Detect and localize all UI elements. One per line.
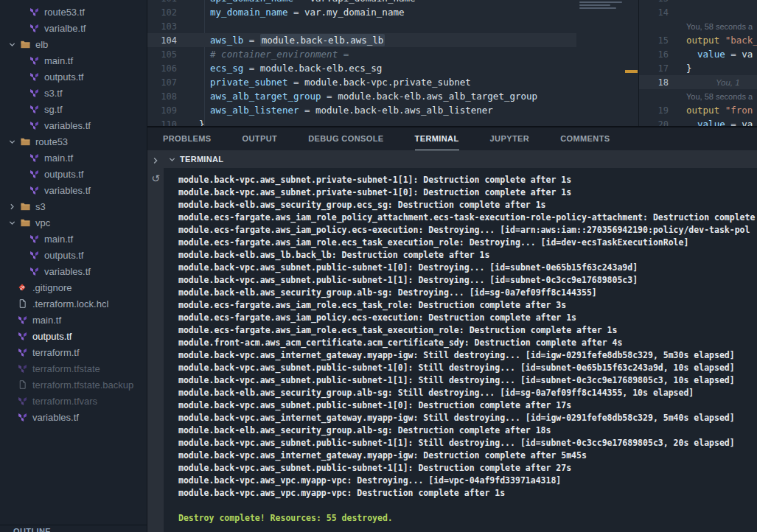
tree-file-sg.tf[interactable]: sg.tf — [0, 101, 147, 117]
code-text: aws_alb_listener = module.back-elb.aws_a… — [177, 105, 493, 116]
tree-file-variables.tf[interactable]: variables.tf — [0, 117, 147, 133]
code-line-107[interactable]: 107 private_subnet = module.back-vpc.pri… — [147, 75, 576, 89]
terminal-line: module.back-vpc.aws_subnet.private-subne… — [178, 186, 757, 199]
vscode-window: route53.tfvarialbe.tfelbmain.tfoutputs.t… — [0, 0, 757, 532]
tree-file-variables.tf[interactable]: variables.tf — [0, 182, 147, 198]
folder-icon — [19, 217, 31, 228]
tree-folder-s3[interactable]: s3 — [0, 198, 147, 214]
terraform-file-icon — [28, 184, 40, 196]
terminal-line: module.back-vpc.aws_subnet.public-subnet… — [178, 274, 757, 287]
editor-primary[interactable]: 101 api_domain_name = var.api_domain_nam… — [147, 0, 576, 126]
tree-file-terraform.tfstate[interactable]: terraform.tfstate — [0, 360, 147, 377]
terminal-output[interactable]: module.back-vpc.aws_subnet.private-subne… — [164, 168, 757, 532]
tree-file-outputs.tf[interactable]: outputs.tf — [0, 69, 147, 85]
codelens-blame[interactable]: You, 58 seconds a — [639, 19, 757, 33]
code-line-18[interactable]: 18You, 1 — [639, 75, 757, 89]
tree-file-.gitignore[interactable]: .gitignore — [0, 279, 147, 295]
folder-icon — [19, 200, 31, 212]
terraform-file-icon — [28, 168, 40, 180]
code-line-20[interactable]: 20 value = va — [639, 117, 757, 126]
tree-item-label: s3.tf — [44, 88, 63, 99]
code-line-16[interactable]: 16 value = va — [639, 47, 757, 61]
terraform-file-icon — [28, 87, 40, 99]
code-line-110[interactable]: 110} — [147, 117, 576, 126]
terminal-line: module.ecs-fargate.aws_iam_role.ecs_task… — [178, 237, 757, 249]
codelens-blame[interactable]: You, 58 seconds a — [639, 89, 757, 103]
tree-item-label: terraform.tfstate — [32, 363, 100, 374]
terminal-line: module.back-vpc.aws_subnet.public-subnet… — [178, 437, 757, 449]
outline-section-header[interactable]: OUTLINE — [0, 525, 147, 532]
tree-file-terraform.tf[interactable]: terraform.tf — [0, 344, 147, 360]
tree-item-label: variables.tf — [44, 185, 91, 196]
code-line-13[interactable]: 13 — [639, 0, 757, 5]
chevron-right-icon — [6, 200, 18, 212]
code-line-101[interactable]: 101 api_domain_name = var.api_domain_nam… — [147, 0, 576, 5]
terminal-line: module.back-vpc.aws_subnet.public-subnet… — [178, 262, 757, 274]
tree-file-variables.tf[interactable]: variables.tf — [0, 409, 147, 425]
tree-item-label: outputs.tf — [44, 250, 83, 261]
tree-folder-vpc[interactable]: vpc — [0, 214, 147, 231]
tree-file-varialbe.tf[interactable]: varialbe.tf — [0, 20, 147, 36]
terraform-file-icon — [28, 22, 40, 34]
line-number: 109 — [147, 105, 177, 116]
line-number: 103 — [147, 21, 177, 32]
code-line-103[interactable]: 103 — [147, 19, 576, 33]
tree-item-label: variables.tf — [32, 412, 79, 423]
chevron-right-icon[interactable] — [150, 155, 161, 167]
tree-file-outputs.tf[interactable]: outputs.tf — [0, 247, 147, 263]
tree-file-route53.tf[interactable]: route53.tf — [0, 4, 147, 20]
panel-tab-bar: PROBLEMSOUTPUTDEBUG CONSOLETERMINALJUPYT… — [147, 127, 757, 150]
tree-file-s3.tf[interactable]: s3.tf — [0, 85, 147, 101]
code-line-102[interactable]: 102 my_domain_name = var.my_domain_name — [147, 5, 576, 19]
code-line-15[interactable]: 15output "back_ — [639, 33, 757, 47]
tree-file-.terraform.lock.hcl[interactable]: .terraform.lock.hcl — [0, 295, 147, 312]
panel-tab-terminal[interactable]: TERMINAL — [415, 127, 459, 150]
line-number: 101 — [147, 0, 177, 4]
terminal-line: Destroy complete! Resources: 55 destroye… — [178, 512, 757, 525]
restore-history-icon[interactable]: ↺ — [150, 172, 161, 184]
tree-file-variables.tf[interactable]: variables.tf — [0, 263, 147, 279]
terminal-line: module.back-vpc.aws_subnet.public-subnet… — [178, 399, 757, 412]
tree-item-label: outputs.tf — [44, 169, 83, 180]
code-line-19[interactable]: 19output "fron — [639, 103, 757, 117]
tree-item-label: vpc — [35, 217, 50, 228]
code-line-14[interactable]: 14 — [639, 5, 757, 19]
tree-file-main.tf[interactable]: main.tf — [0, 52, 147, 69]
tree-file-outputs.tf[interactable]: outputs.tf — [0, 328, 147, 344]
panel-tab-output[interactable]: OUTPUT — [243, 127, 278, 150]
tree-item-label: main.tf — [44, 234, 73, 245]
tree-item-label: route53.tf — [44, 7, 85, 18]
tree-folder-route53[interactable]: route53 — [0, 133, 147, 150]
minimap[interactable] — [576, 0, 638, 126]
tree-file-terraform.tfvars[interactable]: terraform.tfvars — [0, 393, 147, 409]
tree-item-label: .terraform.lock.hcl — [32, 298, 108, 309]
tree-item-label: route53 — [35, 136, 68, 147]
tree-file-main.tf[interactable]: main.tf — [0, 150, 147, 166]
code-line-104[interactable]: 104 aws_lb = module.back-elb.aws_lb — [147, 33, 576, 47]
tree-file-outputs.tf[interactable]: outputs.tf — [0, 166, 147, 182]
panel-tab-debug-console[interactable]: DEBUG CONSOLE — [308, 127, 383, 150]
line-number: 13 — [639, 0, 669, 4]
tree-file-terraform.tfstate.backup[interactable]: terraform.tfstate.backup — [0, 377, 147, 393]
tree-folder-elb[interactable]: elb — [0, 36, 147, 52]
panel-tab-jupyter[interactable]: JUPYTER — [490, 127, 530, 150]
chevron-down-icon — [168, 155, 176, 164]
tree-file-main.tf[interactable]: main.tf — [0, 231, 147, 247]
line-number: 15 — [639, 35, 669, 46]
tree-file-main.tf[interactable]: main.tf — [0, 312, 147, 328]
panel-tab-comments[interactable]: COMMENTS — [560, 127, 610, 150]
code-line-109[interactable]: 109 aws_alb_listener = module.back-elb.a… — [147, 103, 576, 117]
code-line-108[interactable]: 108 aws_alb_target_group = module.back-e… — [147, 89, 576, 103]
terraform-file-icon — [28, 119, 40, 131]
code-line-17[interactable]: 17} — [639, 61, 757, 75]
panel-tab-problems[interactable]: PROBLEMS — [163, 127, 212, 150]
terminal-section-header[interactable]: TERMINAL — [164, 150, 757, 168]
code-line-106[interactable]: 106 ecs_sg = module.back-elb.ecs_sg — [147, 61, 576, 75]
code-line-105[interactable]: 105 # container_environment = — [147, 47, 576, 61]
terraform-file-icon — [28, 0, 40, 1]
terminal-line: module.ecs-fargate.aws_iam_role.ecs_task… — [178, 299, 757, 312]
panel-body: ↺ TERMINAL module.back-vpc.aws_subnet.pr… — [147, 150, 757, 532]
terraform-file-icon — [16, 314, 28, 326]
editor-split[interactable]: 1314You, 58 seconds a15output "back_16 v… — [638, 0, 757, 126]
folder-icon — [19, 136, 31, 147]
